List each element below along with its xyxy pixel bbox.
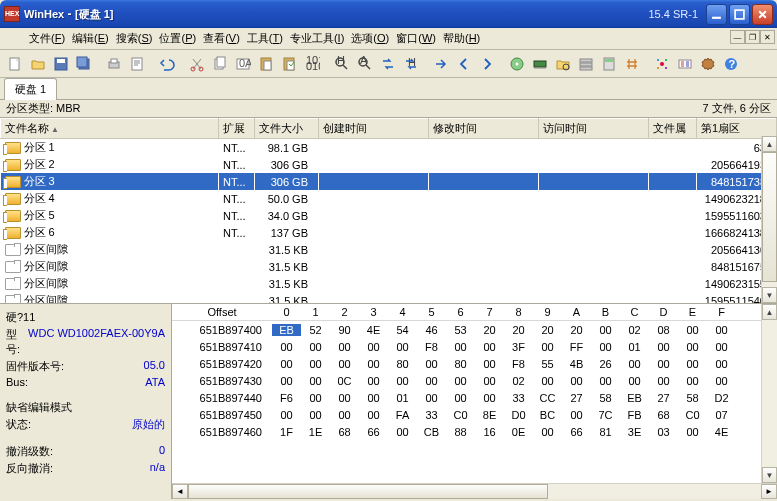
table-scrollbar[interactable]: ▲ ▼	[761, 136, 777, 303]
hex-byte[interactable]: 33	[417, 409, 446, 421]
hex-byte[interactable]: 00	[707, 324, 736, 336]
forward-icon[interactable]	[476, 53, 498, 75]
menu-t[interactable]: 工具(T)	[244, 30, 286, 46]
table-row[interactable]: 分区间隙31.5 KB1595511540	[1, 292, 777, 304]
hex-byte[interactable]: 00	[591, 324, 620, 336]
hex-byte[interactable]: 66	[562, 426, 591, 438]
col-attr[interactable]: 文件属	[649, 119, 697, 139]
hex-byte[interactable]: 02	[504, 375, 533, 387]
hex-byte[interactable]: 00	[678, 324, 707, 336]
calculator-icon[interactable]	[598, 53, 620, 75]
hex-byte[interactable]: 08	[649, 324, 678, 336]
hex-byte[interactable]: 00	[649, 375, 678, 387]
hex-byte[interactable]: 58	[678, 392, 707, 404]
hex-byte[interactable]: 03	[649, 426, 678, 438]
hex-byte[interactable]: 00	[562, 375, 591, 387]
hasher-icon[interactable]	[621, 53, 643, 75]
hex-byte[interactable]: 27	[649, 392, 678, 404]
hex-byte[interactable]: 1E	[301, 426, 330, 438]
hex-byte[interactable]: 00	[301, 392, 330, 404]
hex-byte[interactable]: 00	[707, 341, 736, 353]
table-row[interactable]: 分区 2NT...306 GB205664193	[1, 156, 777, 173]
position-manager-icon[interactable]	[575, 53, 597, 75]
goto-icon[interactable]	[430, 53, 452, 75]
hex-byte[interactable]: 00	[359, 392, 388, 404]
find-text-icon[interactable]: A	[354, 53, 376, 75]
col-ctime[interactable]: 创建时间	[319, 119, 429, 139]
hex-byte[interactable]: 01	[620, 341, 649, 353]
hex-scroll-left-icon[interactable]: ◄	[172, 484, 188, 499]
hex-byte[interactable]: 52	[301, 324, 330, 336]
hex-byte[interactable]: 00	[388, 341, 417, 353]
hex-byte[interactable]: 66	[359, 426, 388, 438]
hex-scroll-right-icon[interactable]: ►	[761, 484, 777, 499]
hex-byte[interactable]: F6	[272, 392, 301, 404]
hex-byte[interactable]: 00	[417, 358, 446, 370]
hex-byte[interactable]: 00	[678, 375, 707, 387]
disk-icon[interactable]	[506, 53, 528, 75]
hex-byte[interactable]: 00	[417, 392, 446, 404]
hex-byte[interactable]: 20	[475, 324, 504, 336]
hex-byte[interactable]: C0	[446, 409, 475, 421]
menu-f[interactable]: 文件(F)	[26, 30, 68, 46]
hex-byte[interactable]: 00	[649, 341, 678, 353]
hex-byte[interactable]: 8E	[475, 409, 504, 421]
mdi-restore-button[interactable]: ❐	[745, 30, 760, 44]
hex-byte[interactable]: 00	[388, 375, 417, 387]
hex-byte[interactable]: 4B	[562, 358, 591, 370]
paste-write-icon[interactable]	[278, 53, 300, 75]
save-all-icon[interactable]	[73, 53, 95, 75]
hex-byte[interactable]: 00	[591, 341, 620, 353]
hex-byte[interactable]: 00	[272, 341, 301, 353]
hex-row[interactable]: 651B8974100000000000F800003F00FF00010000…	[172, 338, 777, 355]
hex-byte[interactable]: 00	[620, 358, 649, 370]
hex-byte[interactable]: 7C	[591, 409, 620, 421]
hex-byte[interactable]: CB	[417, 426, 446, 438]
hex-vscrollbar[interactable]: ▲ ▼	[761, 304, 777, 499]
hex-byte[interactable]: 33	[504, 392, 533, 404]
hex-hscroll-thumb[interactable]	[188, 484, 548, 499]
hex-byte[interactable]: 0C	[330, 375, 359, 387]
hex-byte[interactable]: EB	[272, 324, 301, 336]
hex-byte[interactable]: 00	[678, 341, 707, 353]
hex-byte[interactable]: FF	[562, 341, 591, 353]
scroll-up-icon[interactable]: ▲	[762, 136, 777, 152]
scroll-thumb[interactable]	[762, 152, 777, 282]
analyze-icon[interactable]	[651, 53, 673, 75]
hex-hscrollbar[interactable]: ◄ ►	[172, 483, 777, 499]
undo-icon[interactable]	[156, 53, 178, 75]
hex-byte[interactable]: 00	[533, 341, 562, 353]
scroll-down-icon[interactable]: ▼	[762, 287, 777, 303]
menu-v[interactable]: 查看(V)	[200, 30, 243, 46]
hex-byte[interactable]: 68	[649, 409, 678, 421]
col-size[interactable]: 文件大小	[255, 119, 319, 139]
menu-i[interactable]: 专业工具(I)	[287, 30, 347, 46]
replace-icon[interactable]	[377, 53, 399, 75]
hex-byte[interactable]: 4E	[359, 324, 388, 336]
table-row[interactable]: 分区间隙31.5 KB205664130	[1, 241, 777, 258]
hex-row[interactable]: 651B897440F60000000100000033CC2758EB2758…	[172, 389, 777, 406]
menu-p[interactable]: 位置(P)	[156, 30, 199, 46]
print-icon[interactable]	[103, 53, 125, 75]
hex-byte[interactable]: 88	[446, 426, 475, 438]
maximize-button[interactable]	[729, 4, 750, 25]
hex-byte[interactable]: 00	[301, 341, 330, 353]
tab-disk1[interactable]: 硬盘 1	[4, 78, 57, 100]
hex-byte[interactable]: 00	[562, 409, 591, 421]
hex-byte[interactable]: 46	[417, 324, 446, 336]
table-row[interactable]: 分区 1NT...98.1 GB63	[1, 139, 777, 157]
binary-icon[interactable]: 101010	[301, 53, 323, 75]
hex-byte[interactable]: 26	[591, 358, 620, 370]
hex-byte[interactable]: 00	[359, 341, 388, 353]
hex-byte[interactable]: 00	[330, 409, 359, 421]
hex-byte[interactable]: 53	[446, 324, 475, 336]
minimize-button[interactable]	[706, 4, 727, 25]
hex-byte[interactable]: F8	[417, 341, 446, 353]
help-icon[interactable]: ?	[720, 53, 742, 75]
hex-byte[interactable]: 3E	[620, 426, 649, 438]
hex-byte[interactable]: D0	[504, 409, 533, 421]
hex-byte[interactable]: 00	[359, 375, 388, 387]
hex-byte[interactable]: 3F	[504, 341, 533, 353]
hex-byte[interactable]: 90	[330, 324, 359, 336]
copy-icon[interactable]	[209, 53, 231, 75]
